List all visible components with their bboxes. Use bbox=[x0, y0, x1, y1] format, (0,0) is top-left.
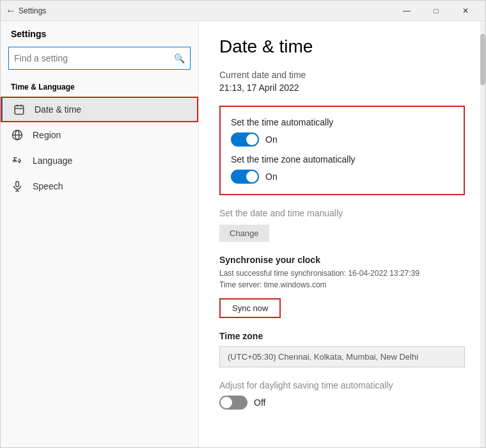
timezone-title: Time zone bbox=[219, 331, 465, 341]
sidebar-item-language[interactable]: A Language bbox=[1, 148, 198, 173]
search-icon: 🔍 bbox=[174, 53, 185, 63]
microphone-icon bbox=[11, 180, 24, 193]
set-time-auto-toggle[interactable] bbox=[231, 132, 259, 147]
manual-label: Set the date and time manually bbox=[219, 208, 465, 218]
sidebar-section-label: Time & Language bbox=[1, 80, 198, 97]
daylight-label: Adjust for daylight saving time automati… bbox=[219, 380, 465, 390]
set-timezone-auto-row: Set the time zone automatically On bbox=[231, 154, 453, 184]
minimize-button[interactable]: — bbox=[392, 1, 421, 21]
timezone-section: Time zone (UTC+05:30) Chennai, Kolkata, … bbox=[219, 331, 465, 367]
current-section-label: Current date and time bbox=[219, 70, 465, 80]
sidebar-item-language-label: Language bbox=[33, 156, 72, 166]
sync-last-sync: Last successful time synchronisation: 16… bbox=[219, 269, 465, 278]
close-button[interactable]: ✕ bbox=[451, 1, 480, 21]
daylight-state: Off bbox=[254, 397, 265, 408]
manual-section: Set the date and time manually Change bbox=[219, 208, 465, 242]
calendar-icon bbox=[13, 103, 26, 116]
svg-rect-0 bbox=[15, 106, 24, 115]
titlebar-title: Settings bbox=[16, 6, 392, 15]
sync-title: Synchronise your clock bbox=[219, 255, 465, 265]
sync-time-server: Time server: time.windows.com bbox=[219, 280, 465, 289]
set-timezone-auto-toggle[interactable] bbox=[231, 170, 259, 184]
sidebar-item-region-label: Region bbox=[33, 130, 61, 140]
globe-icon bbox=[11, 129, 24, 141]
set-time-auto-label: Set the time automatically bbox=[231, 117, 453, 127]
set-time-auto-state: On bbox=[265, 134, 278, 145]
sync-now-button[interactable]: Sync now bbox=[219, 298, 281, 318]
set-timezone-auto-state: On bbox=[265, 172, 278, 182]
back-arrow-icon[interactable]: ← bbox=[6, 5, 16, 17]
timezone-select[interactable]: (UTC+05:30) Chennai, Kolkata, Mumbai, Ne… bbox=[219, 346, 465, 367]
sidebar-item-date-time[interactable]: Date & time bbox=[1, 97, 198, 122]
language-icon: A bbox=[11, 154, 24, 167]
titlebar: ← Settings — □ ✕ bbox=[1, 1, 485, 21]
maximize-button[interactable]: □ bbox=[421, 1, 451, 21]
current-datetime: 21:13, 17 April 2022 bbox=[219, 83, 465, 93]
sidebar-item-speech-label: Speech bbox=[33, 181, 63, 191]
sidebar-item-speech[interactable]: Speech bbox=[1, 173, 198, 199]
main-wrapper: Date & time Current date and time 21:13,… bbox=[199, 21, 485, 447]
sidebar: Settings 🔍 Time & Language Date & time bbox=[1, 21, 199, 447]
sync-section: Synchronise your clock Last successful t… bbox=[219, 255, 465, 318]
set-timezone-auto-toggle-wrapper: On bbox=[231, 170, 453, 184]
change-button[interactable]: Change bbox=[219, 225, 269, 242]
titlebar-controls: — □ ✕ bbox=[392, 1, 480, 21]
search-box[interactable]: 🔍 bbox=[8, 47, 191, 70]
sidebar-item-date-time-label: Date & time bbox=[35, 104, 81, 115]
sidebar-app-title: Settings bbox=[1, 26, 198, 47]
scrollbar-track[interactable] bbox=[480, 21, 485, 447]
page-title: Date & time bbox=[219, 36, 465, 57]
svg-text:A: A bbox=[13, 158, 16, 164]
set-time-auto-row: Set the time automatically On bbox=[231, 117, 453, 147]
settings-window: ← Settings — □ ✕ Settings 🔍 Time & Langu… bbox=[0, 0, 486, 448]
svg-rect-8 bbox=[16, 182, 19, 187]
sidebar-item-region[interactable]: Region bbox=[1, 122, 198, 148]
auto-toggle-section: Set the time automatically On Set the ti… bbox=[219, 106, 465, 195]
scrollbar-thumb[interactable] bbox=[480, 34, 485, 85]
set-timezone-auto-label: Set the time zone automatically bbox=[231, 154, 453, 164]
daylight-toggle-wrapper: Off bbox=[219, 396, 465, 410]
set-time-auto-toggle-wrapper: On bbox=[231, 132, 453, 147]
window-content: Settings 🔍 Time & Language Date & time bbox=[1, 21, 485, 447]
daylight-toggle[interactable] bbox=[219, 396, 247, 410]
main-content: Date & time Current date and time 21:13,… bbox=[199, 21, 485, 425]
search-input[interactable] bbox=[14, 53, 174, 63]
daylight-section: Adjust for daylight saving time automati… bbox=[219, 380, 465, 410]
